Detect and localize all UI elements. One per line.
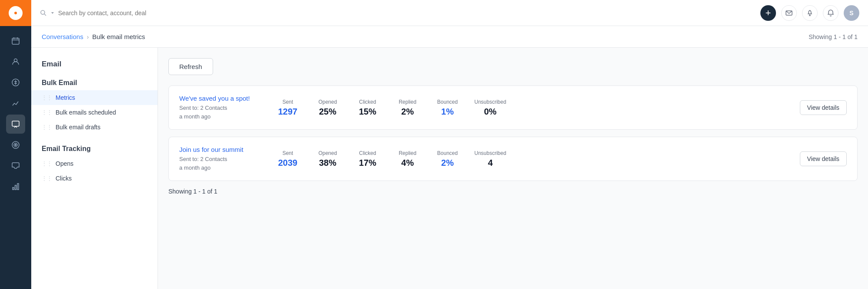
svg-rect-16 xyxy=(15,185,16,190)
sidebar-item-bulk-scheduled[interactable]: ⋮⋮ Bulk emails scheduled xyxy=(31,105,158,120)
sidebar-drag-handle: ⋮⋮ xyxy=(42,95,52,101)
view-details-button-1[interactable]: View details xyxy=(800,100,847,115)
sidebar-item-bulk-drafts[interactable]: ⋮⋮ Bulk email drafts xyxy=(31,120,158,135)
metric-clicked-value-1: 15% xyxy=(355,107,381,117)
bell-button[interactable] xyxy=(823,5,838,21)
metric-bounced-value-1: 1% xyxy=(434,107,460,117)
sidebar-item-contacts[interactable] xyxy=(6,52,25,71)
metric-clicked-2: Clicked 17% xyxy=(355,150,381,168)
view-details-button-2[interactable]: View details xyxy=(800,151,847,166)
refresh-button[interactable]: Refresh xyxy=(168,58,213,75)
metric-opened-1: Opened 25% xyxy=(315,99,341,117)
sidebar-item-clicks-label: Clicks xyxy=(56,175,72,182)
metric-bounced-2: Bounced 2% xyxy=(434,150,460,168)
sidebar-item-analytics[interactable] xyxy=(6,177,25,196)
svg-rect-15 xyxy=(13,187,14,190)
content-area: Email Bulk Email ⋮⋮ Metrics ⋮⋮ Bulk emai… xyxy=(31,48,868,289)
email-button[interactable] xyxy=(781,5,797,21)
sidebar-item-opens[interactable]: ⋮⋮ Opens xyxy=(31,156,158,171)
sidebar-nav xyxy=(0,0,31,289)
sidebar-item-reports[interactable] xyxy=(6,94,25,113)
email-time-2: a month ago xyxy=(179,164,210,171)
email-sent-to-2: Sent to: 2 Contacts xyxy=(179,156,227,162)
sidebar-drag-handle-3: ⋮⋮ xyxy=(42,124,52,130)
breadcrumb-bar: Conversations › Bulk email metrics Showi… xyxy=(31,26,868,48)
bulk-email-section-title: Bulk Email xyxy=(31,76,158,90)
search-input[interactable] xyxy=(58,10,188,16)
add-button[interactable]: + xyxy=(760,5,776,21)
email-time-1: a month ago xyxy=(179,113,210,120)
svg-line-19 xyxy=(44,14,46,16)
metric-sent-1: Sent 1297 xyxy=(275,99,301,117)
metric-unsub-label-1: Unsubscribed xyxy=(474,99,506,105)
metric-bounced-value-2: 2% xyxy=(434,158,460,168)
main-container: + S Conversations › Bulk email metrics S… xyxy=(31,0,868,289)
sidebar-item-metrics[interactable]: ⋮⋮ Metrics xyxy=(31,90,158,105)
rocket-button[interactable] xyxy=(802,5,818,21)
sidebar-item-bulk-drafts-label: Bulk email drafts xyxy=(56,124,100,131)
user-avatar[interactable]: S xyxy=(844,5,859,21)
metric-opened-label-2: Opened xyxy=(315,150,341,156)
sidebar-item-deals[interactable] xyxy=(6,73,25,92)
metric-opened-label-1: Opened xyxy=(315,99,341,105)
metrics-grid-2: Sent 2039 Opened 38% Clicked 17% Replied… xyxy=(275,150,791,168)
sidebar-icons xyxy=(0,26,31,196)
metrics-grid-1: Sent 1297 Opened 25% Clicked 15% Replied… xyxy=(275,99,791,117)
metric-clicked-1: Clicked 15% xyxy=(355,99,381,117)
email-sent-to-1: Sent to: 2 Contacts xyxy=(179,105,227,111)
svg-point-14 xyxy=(15,144,16,146)
sidebar-item-clicks[interactable]: ⋮⋮ Clicks xyxy=(31,171,158,186)
metric-sent-value-2: 2039 xyxy=(275,158,301,168)
metric-unsub-2: Unsubscribed 4 xyxy=(474,150,506,168)
metric-unsub-1: Unsubscribed 0% xyxy=(474,99,506,117)
metric-replied-value-2: 4% xyxy=(395,158,421,168)
metric-replied-2: Replied 4% xyxy=(395,150,421,168)
left-sidebar: Email Bulk Email ⋮⋮ Metrics ⋮⋮ Bulk emai… xyxy=(31,48,158,289)
search-dropdown-icon[interactable] xyxy=(50,11,55,15)
metric-replied-value-1: 2% xyxy=(395,107,421,117)
metric-sent-label-1: Sent xyxy=(275,99,301,105)
logo-icon xyxy=(9,6,23,20)
email-info-2: Join us for our summit Sent to: 2 Contac… xyxy=(179,146,266,172)
metric-unsub-value-2: 4 xyxy=(474,158,506,168)
metric-opened-2: Opened 38% xyxy=(315,150,341,168)
metric-bounced-label-1: Bounced xyxy=(434,99,460,105)
sidebar-item-inbox[interactable] xyxy=(6,156,25,175)
svg-rect-17 xyxy=(17,184,19,190)
sidebar-drag-handle-2: ⋮⋮ xyxy=(42,109,52,115)
sidebar-drag-handle-4: ⋮⋮ xyxy=(42,161,52,167)
email-row-2: Join us for our summit Sent to: 2 Contac… xyxy=(168,137,858,181)
email-tracking-section-title: Email Tracking xyxy=(31,141,158,156)
breadcrumb-current: Bulk email metrics xyxy=(92,33,145,40)
email-meta-1: Sent to: 2 Contacts a month ago xyxy=(179,104,266,121)
breadcrumb-conversations-link[interactable]: Conversations xyxy=(42,33,83,40)
sidebar-item-calendar[interactable] xyxy=(6,31,25,50)
metric-clicked-label-2: Clicked xyxy=(355,150,381,156)
sidebar-item-metrics-label: Metrics xyxy=(56,94,75,101)
svg-rect-2 xyxy=(12,38,19,44)
sidebar-item-bulk-scheduled-label: Bulk emails scheduled xyxy=(56,109,116,116)
showing-text: Showing 1 - 1 of 1 xyxy=(168,188,858,195)
breadcrumb-separator: › xyxy=(87,33,89,40)
metric-replied-1: Replied 2% xyxy=(395,99,421,117)
svg-marker-20 xyxy=(51,12,54,14)
metric-sent-2: Sent 2039 xyxy=(275,150,301,168)
email-subject-1[interactable]: We've saved you a spot! xyxy=(179,95,250,102)
svg-point-18 xyxy=(41,10,45,14)
metric-unsub-value-1: 0% xyxy=(474,107,506,117)
email-section-title: Email xyxy=(31,55,158,70)
metric-clicked-label-1: Clicked xyxy=(355,99,381,105)
sidebar-drag-handle-5: ⋮⋮ xyxy=(42,175,52,181)
svg-point-1 xyxy=(14,12,17,14)
email-subject-2[interactable]: Join us for our summit xyxy=(179,146,243,153)
metric-clicked-value-2: 17% xyxy=(355,158,381,168)
sidebar-item-conversations[interactable] xyxy=(6,115,25,134)
logo[interactable] xyxy=(0,0,31,26)
main-panel: Refresh We've saved you a spot! Sent to:… xyxy=(158,48,868,289)
metric-sent-value-1: 1297 xyxy=(275,107,301,117)
email-info-1: We've saved you a spot! Sent to: 2 Conta… xyxy=(179,95,266,121)
metric-opened-value-2: 38% xyxy=(315,158,341,168)
sidebar-item-goals[interactable] xyxy=(6,135,25,154)
svg-rect-11 xyxy=(12,121,19,126)
search-icon xyxy=(40,10,47,16)
